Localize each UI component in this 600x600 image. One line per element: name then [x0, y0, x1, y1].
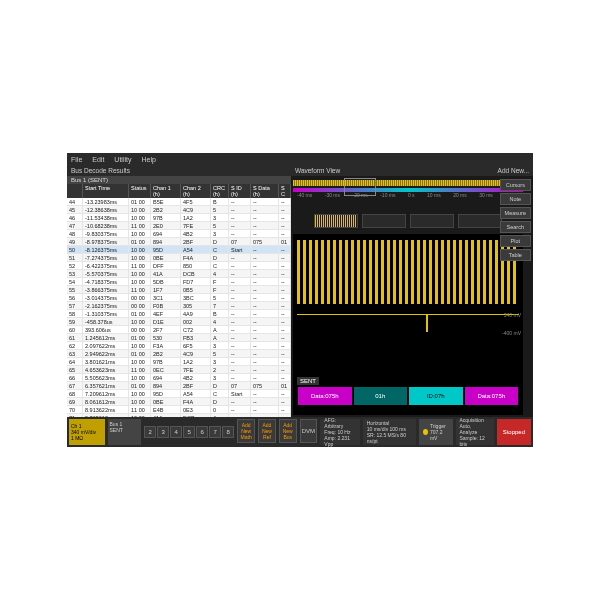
col-start-time[interactable]: Start Time	[83, 184, 129, 198]
channel-1-badge[interactable]: Ch 1 340 mV/div 1 MΩ	[69, 419, 105, 445]
table-row[interactable]: 676.357621ms01 008942BFD0707501	[67, 382, 291, 390]
table-row[interactable]: 45-12.38638ms10 002B24C95------	[67, 206, 291, 214]
zoom-selection[interactable]	[344, 178, 376, 196]
acq-mode: Auto, Analyze	[460, 423, 490, 435]
cursors-button[interactable]: Cursors	[500, 179, 531, 191]
thumb-3[interactable]	[410, 214, 454, 228]
decode-packet[interactable]: ID:07h	[409, 387, 463, 405]
thumbnail-row	[293, 212, 523, 230]
main-waveform[interactable]: 2.54 V 340 mV -400 mV SENT Data:075h01hI…	[293, 234, 523, 415]
trig-level: 707.2 mV	[430, 429, 449, 441]
add-ref-button[interactable]: Add New Ref	[258, 419, 276, 443]
channel-2-button[interactable]: 2	[144, 426, 156, 438]
table-row[interactable]: 53-5.570375ms10 0041ADCB4------	[67, 270, 291, 278]
decode-bus-label[interactable]: Bus 1 (SENT)	[67, 176, 291, 184]
digital-waveform	[297, 240, 519, 304]
decode-packet[interactable]: Data:075h	[298, 387, 352, 405]
table-row[interactable]: 44-13.23983ms01 00B5E4F5B------	[67, 198, 291, 206]
col-status[interactable]: Status	[129, 184, 151, 198]
voltage-mid: 340 mV	[504, 312, 521, 318]
overview-digital	[293, 180, 523, 186]
table-row[interactable]: 47-10.68238ms11 002E07FE5------	[67, 222, 291, 230]
channel-4-button[interactable]: 4	[170, 426, 182, 438]
overview-strip[interactable]: -40 ms-30 ms-20 ms-10 ms0 s10 ms20 ms30 …	[293, 178, 523, 208]
ch1-impedance: 1 MΩ	[71, 435, 103, 441]
add-math-button[interactable]: Add New Math	[237, 419, 255, 443]
search-button[interactable]: Search	[500, 221, 531, 233]
acquisition-info[interactable]: Acquisition Auto, Analyze Sample: 12 bit…	[456, 419, 494, 445]
table-row[interactable]: 643.801621ms10 0097B1A23------	[67, 358, 291, 366]
main-area: Bus Decode Results Bus 1 (SENT) Start Ti…	[67, 165, 533, 417]
col-index[interactable]	[67, 184, 83, 198]
add-bus-button[interactable]: Add New Bus	[279, 419, 297, 443]
horizontal-info[interactable]: Horizontal 10 ms/div 100 ms SR: 12.5 MS/…	[363, 419, 416, 445]
table-row[interactable]: 57-2.162375ms00 00F0B3057------	[67, 302, 291, 310]
table-row[interactable]: 51-7.274375ms10 000BEF4AD------	[67, 254, 291, 262]
channel-6-button[interactable]: 6	[196, 426, 208, 438]
table-row[interactable]: 58-1.310375ms01 004EF4A9B------	[67, 310, 291, 318]
afg-amp: Amp: 2.231 Vpp	[324, 435, 355, 447]
run-stop-button[interactable]: Stopped	[497, 419, 531, 445]
table-row[interactable]: 698.061612ms10 000BEF4AD------	[67, 398, 291, 406]
table-row[interactable]: 49-8.978375ms01 008942BFD0707501	[67, 238, 291, 246]
table-button[interactable]: Table	[500, 249, 531, 261]
menu-utility[interactable]: Utility	[114, 156, 131, 163]
col-chan1[interactable]: Chan 1 (h)	[151, 184, 181, 198]
channel-5-button[interactable]: 5	[183, 426, 195, 438]
channel-7-button[interactable]: 7	[209, 426, 221, 438]
col-crc[interactable]: CRC (h)	[211, 184, 229, 198]
bottom-bar: Ch 1 340 mV/div 1 MΩ Bus 1 SENT 2345678 …	[67, 417, 533, 447]
table-row[interactable]: 622.097622ms10 00F3A6F53------	[67, 342, 291, 350]
table-row[interactable]: 708.913622ms11 00E4B0E30------	[67, 406, 291, 414]
thumb-4[interactable]	[458, 214, 502, 228]
dvm-button[interactable]: DVM	[300, 419, 318, 443]
table-row[interactable]: 50-8.126375ms10 0095DA54CStart----	[67, 246, 291, 254]
decode-table-body[interactable]: 44-13.23983ms01 00B5E4F5B------45-12.386…	[67, 198, 291, 417]
menu-edit[interactable]: Edit	[92, 156, 104, 163]
protocol-decode-strip[interactable]: Data:075h01hID:07hData:075h	[297, 387, 519, 405]
trigger-badge[interactable]: Trigger 707.2 mV	[419, 419, 453, 445]
measure-button[interactable]: Measure	[500, 207, 531, 219]
table-row[interactable]: 54-4.718375ms10 005DBFD7F------	[67, 278, 291, 286]
table-row[interactable]: 56-3.014375ms00 003C13BC5------	[67, 294, 291, 302]
menu-file[interactable]: File	[71, 156, 82, 163]
trigger-led-icon	[423, 429, 428, 435]
analog-waveform	[297, 314, 519, 315]
overview-decode	[293, 188, 523, 192]
table-row[interactable]: 55-3.866375ms11 001F70B5F------	[67, 286, 291, 294]
table-row[interactable]: 52-6.422375ms11 00DFF850C------	[67, 262, 291, 270]
col-sid[interactable]: S ID (h)	[229, 184, 251, 198]
table-row[interactable]: 611.245612ms01 00530FB3A------	[67, 334, 291, 342]
channel-3-button[interactable]: 3	[157, 426, 169, 438]
thumb-1[interactable]	[314, 214, 358, 228]
table-row[interactable]: 687.209612ms10 0095DA54CStart----	[67, 390, 291, 398]
menu-help[interactable]: Help	[141, 156, 155, 163]
table-row[interactable]: 46-11.53438ms10 0097B1A23------	[67, 214, 291, 222]
table-row[interactable]: 48-9.830375ms10 006944B23------	[67, 230, 291, 238]
col-chan2[interactable]: Chan 2 (h)	[181, 184, 211, 198]
note-button[interactable]: Note	[500, 193, 531, 205]
acq-sample: Sample: 12 bits	[460, 435, 490, 447]
decode-packet[interactable]: Data:075h	[465, 387, 519, 405]
bus-decode-panel: Bus Decode Results Bus 1 (SENT) Start Ti…	[67, 165, 291, 417]
sent-bus-badge[interactable]: SENT	[297, 377, 319, 385]
voltage-low: -400 mV	[502, 330, 521, 336]
bus-1-badge[interactable]: Bus 1 SENT	[108, 419, 142, 445]
table-row[interactable]: 60393.606us00 002F7C72A------	[67, 326, 291, 334]
col-so[interactable]: S C	[279, 184, 291, 198]
channel-8-button[interactable]: 8	[222, 426, 234, 438]
right-toolbar: Cursors Note Measure Search Plot Table	[500, 179, 531, 261]
thumb-2[interactable]	[362, 214, 406, 228]
decode-packet[interactable]: 01h	[354, 387, 408, 405]
table-row[interactable]: 59-458.378us10 00D1E0024------	[67, 318, 291, 326]
add-new-label: Add New...	[498, 167, 529, 174]
afg-info[interactable]: AFG: Arbitrary Freq: 10 Hz Amp: 2.231 Vp…	[320, 419, 359, 445]
oscilloscope-app: File Edit Utility Help Bus Decode Result…	[67, 153, 533, 447]
table-row[interactable]: 632.949622ms01 002B24C95------	[67, 350, 291, 358]
table-row[interactable]: 665.505623ms10 006944B23------	[67, 374, 291, 382]
col-sdata[interactable]: S Data (h)	[251, 184, 279, 198]
table-row[interactable]: 654.653623ms11 000EC7FE2------	[67, 366, 291, 374]
waveform-title: Waveform View	[295, 167, 340, 174]
decode-table-header: Start Time Status Chan 1 (h) Chan 2 (h) …	[67, 184, 291, 198]
plot-button[interactable]: Plot	[500, 235, 531, 247]
